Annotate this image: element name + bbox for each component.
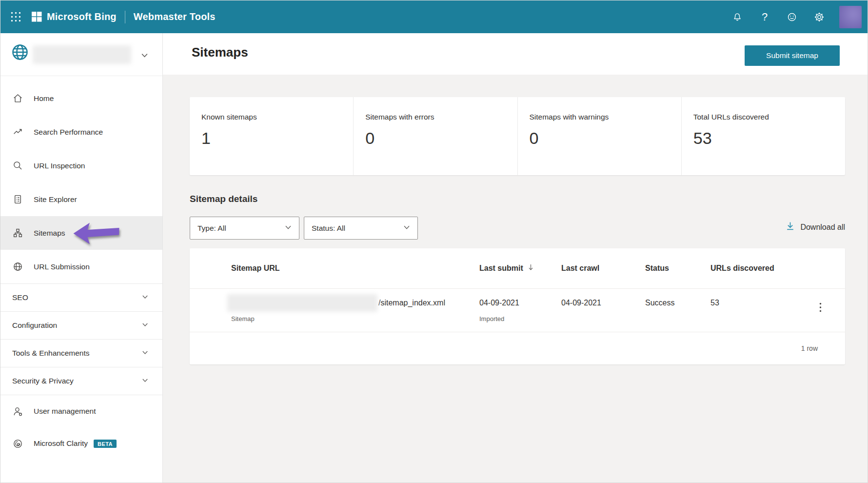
smiley-icon (787, 12, 797, 22)
column-header-urls-discovered[interactable]: URLs discovered (710, 264, 845, 273)
home-icon (12, 93, 23, 104)
sidebar: Home Search Performance URL Inspection S… (0, 33, 163, 483)
urls-discovered-value: 53 (710, 299, 719, 307)
help-button[interactable]: ? (754, 7, 775, 27)
chevron-down-icon (141, 349, 149, 358)
main-content: Known sitemaps 1 Sitemaps with errors 0 … (163, 75, 868, 483)
submit-sitemap-button[interactable]: Submit sitemap (745, 45, 840, 66)
status-filter-value: Status: All (312, 224, 345, 233)
site-selector[interactable] (0, 33, 162, 76)
sidebar-item-tools-enhancements[interactable]: Tools & Enhancements (0, 340, 162, 367)
sidebar-item-label: Sitemaps (34, 229, 65, 238)
stat-sitemaps-with-warnings: Sitemaps with warnings 0 (518, 97, 682, 175)
column-header-sitemap-url[interactable]: Sitemap URL (190, 264, 479, 273)
page-header: Sitemaps Submit sitemap (163, 33, 868, 75)
sidebar-item-url-submission[interactable]: URL Submission (0, 250, 162, 283)
user-avatar[interactable] (839, 6, 862, 28)
globe-icon (12, 262, 23, 272)
type-filter-dropdown[interactable]: Type: All (190, 217, 299, 240)
column-header-status[interactable]: Status (645, 264, 710, 273)
sidebar-item-label: URL Inspection (34, 161, 85, 170)
kebab-icon (819, 302, 822, 312)
download-all-button[interactable]: Download all (785, 221, 845, 233)
sidebar-item-label: URL Submission (34, 262, 90, 271)
brand-lockup[interactable]: Microsoft Bing Webmaster Tools (32, 11, 216, 23)
last-submit-note: Imported (479, 315, 504, 322)
sitemap-url-suffix: /sitemap_index.xml (378, 299, 445, 307)
stats-card-strip: Known sitemaps 1 Sitemaps with errors 0 … (190, 97, 845, 175)
row-actions-menu-button[interactable] (815, 301, 826, 316)
beta-badge: BETA (94, 440, 117, 448)
cell-last-submit: 04-09-2021 Imported (479, 289, 561, 332)
app-launcher-button[interactable] (4, 6, 27, 28)
site-name-redacted (33, 45, 131, 64)
sidebar-item-security-privacy[interactable]: Security & Privacy (0, 367, 162, 395)
cell-last-crawl: 04-09-2021 (561, 289, 645, 332)
stat-value: 53 (693, 129, 845, 148)
status-value: Success (645, 299, 674, 307)
sidebar-item-label: User management (34, 407, 96, 416)
stat-value: 0 (365, 129, 517, 148)
magnifier-icon (12, 161, 23, 171)
globe-icon (10, 42, 30, 64)
person-icon (12, 406, 23, 417)
sitemap-url-redacted (227, 294, 377, 312)
stat-sitemaps-with-errors: Sitemaps with errors 0 (354, 97, 517, 175)
clarity-icon (12, 438, 23, 449)
waffle-icon (10, 11, 22, 23)
bell-icon (732, 12, 743, 22)
sitemap-type-label: Sitemap (231, 315, 255, 322)
sidebar-item-label: Security & Privacy (12, 377, 74, 385)
sidebar-item-label: Home (34, 94, 54, 103)
microsoft-logo (32, 12, 42, 22)
download-all-label: Download all (800, 223, 845, 232)
table-row[interactable]: /sitemap_index.xml Sitemap 04-09-2021 Im… (190, 289, 845, 332)
sidebar-item-search-performance[interactable]: Search Performance (0, 115, 162, 149)
column-header-last-crawl[interactable]: Last crawl (561, 264, 645, 273)
chevron-down-icon (141, 293, 149, 302)
sidebar-item-label: SEO (12, 293, 28, 302)
cell-sitemap-url: /sitemap_index.xml Sitemap (190, 289, 479, 332)
stat-value: 0 (530, 129, 681, 148)
stat-known-sitemaps: Known sitemaps 1 (190, 97, 354, 175)
sidebar-item-label: Site Explorer (34, 195, 77, 204)
sidebar-item-home[interactable]: Home (0, 81, 162, 115)
question-mark-icon: ? (762, 12, 768, 22)
sidebar-item-label: Search Performance (34, 128, 103, 137)
sitemap-icon (12, 228, 23, 239)
status-filter-dropdown[interactable]: Status: All (304, 217, 418, 240)
product-name: Webmaster Tools (134, 11, 216, 22)
sort-descending-icon (528, 263, 534, 273)
sidebar-item-seo[interactable]: SEO (0, 284, 162, 311)
type-filter-value: Type: All (197, 224, 226, 233)
stat-label: Sitemaps with errors (365, 113, 517, 121)
sidebar-item-microsoft-clarity[interactable]: Microsoft Clarity BETA (0, 427, 162, 460)
section-heading-sitemap-details: Sitemap details (190, 194, 257, 204)
column-header-last-submit[interactable]: Last submit (479, 263, 561, 273)
download-icon (785, 221, 795, 233)
sidebar-item-url-inspection[interactable]: URL Inspection (0, 149, 162, 182)
brand-name: Microsoft Bing (47, 11, 117, 22)
chevron-down-icon (141, 377, 149, 386)
settings-button[interactable] (809, 7, 829, 27)
sidebar-item-user-management[interactable]: User management (0, 395, 162, 427)
chevron-down-icon (403, 223, 411, 233)
table-header-row: Sitemap URL Last submit Last crawl Statu… (190, 248, 845, 289)
annotation-arrow (73, 221, 120, 246)
stat-total-urls-discovered: Total URLs discovered 53 (682, 97, 845, 175)
sitemaps-table: Sitemap URL Last submit Last crawl Statu… (190, 248, 845, 364)
chevron-down-icon (284, 223, 292, 233)
sidebar-item-configuration[interactable]: Configuration (0, 312, 162, 339)
topbar-actions: ? (727, 6, 868, 28)
stat-value: 1 (201, 129, 353, 148)
document-list-icon (12, 194, 23, 205)
feedback-button[interactable] (782, 7, 802, 27)
sidebar-item-label: Microsoft Clarity (34, 439, 88, 448)
chevron-down-icon (141, 321, 149, 330)
last-submit-date: 04-09-2021 (479, 299, 519, 307)
sidebar-item-label: Tools & Enhancements (12, 349, 90, 358)
sidebar-item-site-explorer[interactable]: Site Explorer (0, 182, 162, 216)
sidebar-nav: Home Search Performance URL Inspection S… (0, 81, 162, 460)
notifications-button[interactable] (727, 7, 748, 27)
trending-up-icon (12, 127, 23, 138)
